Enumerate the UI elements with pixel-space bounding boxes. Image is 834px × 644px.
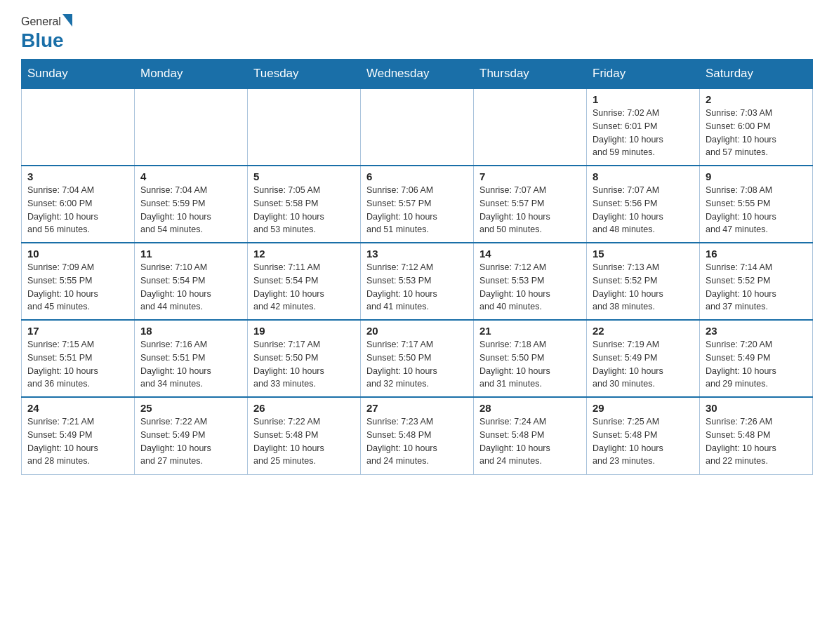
day-info: Sunrise: 7:14 AMSunset: 5:52 PMDaylight:… xyxy=(706,261,807,314)
day-info: Sunrise: 7:21 AMSunset: 5:49 PMDaylight:… xyxy=(27,415,128,468)
calendar-cell xyxy=(135,88,248,166)
calendar-cell: 28Sunrise: 7:24 AMSunset: 5:48 PMDayligh… xyxy=(474,397,587,474)
calendar-cell: 4Sunrise: 7:04 AMSunset: 5:59 PMDaylight… xyxy=(135,166,248,243)
calendar-cell xyxy=(474,88,587,166)
calendar-cell: 25Sunrise: 7:22 AMSunset: 5:49 PMDayligh… xyxy=(135,397,248,474)
day-info: Sunrise: 7:22 AMSunset: 5:49 PMDaylight:… xyxy=(140,415,241,468)
week-row-3: 10Sunrise: 7:09 AMSunset: 5:55 PMDayligh… xyxy=(22,243,813,320)
calendar-cell: 12Sunrise: 7:11 AMSunset: 5:54 PMDayligh… xyxy=(248,243,361,320)
calendar-cell: 8Sunrise: 7:07 AMSunset: 5:56 PMDaylight… xyxy=(587,166,700,243)
day-number: 29 xyxy=(593,402,694,414)
day-info: Sunrise: 7:18 AMSunset: 5:50 PMDaylight:… xyxy=(479,338,581,391)
logo-blue-text: Blue xyxy=(21,29,64,52)
week-row-2: 3Sunrise: 7:04 AMSunset: 6:00 PMDaylight… xyxy=(22,166,813,243)
day-info: Sunrise: 7:06 AMSunset: 5:57 PMDaylight:… xyxy=(366,184,468,236)
day-number: 5 xyxy=(253,170,355,182)
day-info: Sunrise: 7:04 AMSunset: 6:00 PMDaylight:… xyxy=(27,184,128,236)
calendar-cell xyxy=(361,88,474,166)
day-info: Sunrise: 7:07 AMSunset: 5:57 PMDaylight:… xyxy=(479,184,581,236)
day-info: Sunrise: 7:07 AMSunset: 5:56 PMDaylight:… xyxy=(593,184,694,236)
calendar-cell: 27Sunrise: 7:23 AMSunset: 5:48 PMDayligh… xyxy=(361,397,474,474)
day-info: Sunrise: 7:20 AMSunset: 5:49 PMDaylight:… xyxy=(706,338,807,391)
day-info: Sunrise: 7:15 AMSunset: 5:51 PMDaylight:… xyxy=(27,338,128,391)
logo-general-text: General xyxy=(21,15,61,28)
day-number: 4 xyxy=(140,170,241,182)
day-info: Sunrise: 7:22 AMSunset: 5:48 PMDaylight:… xyxy=(253,415,355,468)
calendar-cell: 11Sunrise: 7:10 AMSunset: 5:54 PMDayligh… xyxy=(135,243,248,320)
day-number: 8 xyxy=(593,170,694,182)
calendar-cell: 3Sunrise: 7:04 AMSunset: 6:00 PMDaylight… xyxy=(22,166,135,243)
day-info: Sunrise: 7:12 AMSunset: 5:53 PMDaylight:… xyxy=(479,261,581,314)
calendar-cell xyxy=(22,88,135,166)
weekday-wednesday: Wednesday xyxy=(361,60,474,89)
day-number: 17 xyxy=(27,325,128,337)
day-number: 23 xyxy=(706,325,807,337)
day-number: 19 xyxy=(253,325,355,337)
weekday-header-row: SundayMondayTuesdayWednesdayThursdayFrid… xyxy=(22,60,813,89)
day-info: Sunrise: 7:05 AMSunset: 5:58 PMDaylight:… xyxy=(253,184,355,236)
day-info: Sunrise: 7:13 AMSunset: 5:52 PMDaylight:… xyxy=(593,261,694,314)
calendar-cell: 29Sunrise: 7:25 AMSunset: 5:48 PMDayligh… xyxy=(587,397,700,474)
day-number: 30 xyxy=(706,402,807,414)
day-info: Sunrise: 7:24 AMSunset: 5:48 PMDaylight:… xyxy=(479,415,581,468)
calendar-cell: 5Sunrise: 7:05 AMSunset: 5:58 PMDaylight… xyxy=(248,166,361,243)
day-number: 14 xyxy=(479,248,581,260)
calendar-cell: 18Sunrise: 7:16 AMSunset: 5:51 PMDayligh… xyxy=(135,320,248,397)
calendar-cell: 22Sunrise: 7:19 AMSunset: 5:49 PMDayligh… xyxy=(587,320,700,397)
day-info: Sunrise: 7:26 AMSunset: 5:48 PMDaylight:… xyxy=(706,415,807,468)
calendar-cell: 14Sunrise: 7:12 AMSunset: 5:53 PMDayligh… xyxy=(474,243,587,320)
day-number: 15 xyxy=(593,248,694,260)
day-info: Sunrise: 7:04 AMSunset: 5:59 PMDaylight:… xyxy=(140,184,241,236)
day-number: 11 xyxy=(140,248,241,260)
day-number: 20 xyxy=(366,325,468,337)
calendar-cell: 16Sunrise: 7:14 AMSunset: 5:52 PMDayligh… xyxy=(700,243,813,320)
week-row-4: 17Sunrise: 7:15 AMSunset: 5:51 PMDayligh… xyxy=(22,320,813,397)
day-info: Sunrise: 7:17 AMSunset: 5:50 PMDaylight:… xyxy=(366,338,468,391)
calendar-cell xyxy=(248,88,361,166)
day-number: 6 xyxy=(366,170,468,182)
day-info: Sunrise: 7:25 AMSunset: 5:48 PMDaylight:… xyxy=(593,415,694,468)
calendar-cell: 13Sunrise: 7:12 AMSunset: 5:53 PMDayligh… xyxy=(361,243,474,320)
weekday-friday: Friday xyxy=(587,60,700,89)
calendar-cell: 19Sunrise: 7:17 AMSunset: 5:50 PMDayligh… xyxy=(248,320,361,397)
day-info: Sunrise: 7:17 AMSunset: 5:50 PMDaylight:… xyxy=(253,338,355,391)
logo-arrow-icon xyxy=(62,14,72,27)
day-info: Sunrise: 7:12 AMSunset: 5:53 PMDaylight:… xyxy=(366,261,468,314)
week-row-5: 24Sunrise: 7:21 AMSunset: 5:49 PMDayligh… xyxy=(22,397,813,474)
calendar-cell: 6Sunrise: 7:06 AMSunset: 5:57 PMDaylight… xyxy=(361,166,474,243)
day-number: 12 xyxy=(253,248,355,260)
day-number: 28 xyxy=(479,402,581,414)
day-number: 25 xyxy=(140,402,241,414)
day-info: Sunrise: 7:19 AMSunset: 5:49 PMDaylight:… xyxy=(593,338,694,391)
day-info: Sunrise: 7:11 AMSunset: 5:54 PMDaylight:… xyxy=(253,261,355,314)
day-info: Sunrise: 7:02 AMSunset: 6:01 PMDaylight:… xyxy=(593,107,694,159)
calendar-cell: 26Sunrise: 7:22 AMSunset: 5:48 PMDayligh… xyxy=(248,397,361,474)
calendar-cell: 15Sunrise: 7:13 AMSunset: 5:52 PMDayligh… xyxy=(587,243,700,320)
calendar-cell: 30Sunrise: 7:26 AMSunset: 5:48 PMDayligh… xyxy=(700,397,813,474)
day-number: 2 xyxy=(706,93,807,105)
header: General Blue xyxy=(21,14,813,52)
day-number: 24 xyxy=(27,402,128,414)
calendar-cell: 10Sunrise: 7:09 AMSunset: 5:55 PMDayligh… xyxy=(22,243,135,320)
day-number: 26 xyxy=(253,402,355,414)
day-number: 3 xyxy=(27,170,128,182)
day-number: 10 xyxy=(27,248,128,260)
calendar: SundayMondayTuesdayWednesdayThursdayFrid… xyxy=(21,59,813,475)
weekday-tuesday: Tuesday xyxy=(248,60,361,89)
calendar-cell: 9Sunrise: 7:08 AMSunset: 5:55 PMDaylight… xyxy=(700,166,813,243)
day-info: Sunrise: 7:16 AMSunset: 5:51 PMDaylight:… xyxy=(140,338,241,391)
day-number: 1 xyxy=(593,93,694,105)
weekday-sunday: Sunday xyxy=(22,60,135,89)
weekday-thursday: Thursday xyxy=(474,60,587,89)
calendar-cell: 23Sunrise: 7:20 AMSunset: 5:49 PMDayligh… xyxy=(700,320,813,397)
day-info: Sunrise: 7:23 AMSunset: 5:48 PMDaylight:… xyxy=(366,415,468,468)
day-info: Sunrise: 7:10 AMSunset: 5:54 PMDaylight:… xyxy=(140,261,241,314)
calendar-cell: 24Sunrise: 7:21 AMSunset: 5:49 PMDayligh… xyxy=(22,397,135,474)
day-info: Sunrise: 7:09 AMSunset: 5:55 PMDaylight:… xyxy=(27,261,128,314)
calendar-cell: 21Sunrise: 7:18 AMSunset: 5:50 PMDayligh… xyxy=(474,320,587,397)
day-number: 21 xyxy=(479,325,581,337)
day-number: 13 xyxy=(366,248,468,260)
logo: General Blue xyxy=(21,14,72,52)
calendar-cell: 17Sunrise: 7:15 AMSunset: 5:51 PMDayligh… xyxy=(22,320,135,397)
calendar-cell: 2Sunrise: 7:03 AMSunset: 6:00 PMDaylight… xyxy=(700,88,813,166)
